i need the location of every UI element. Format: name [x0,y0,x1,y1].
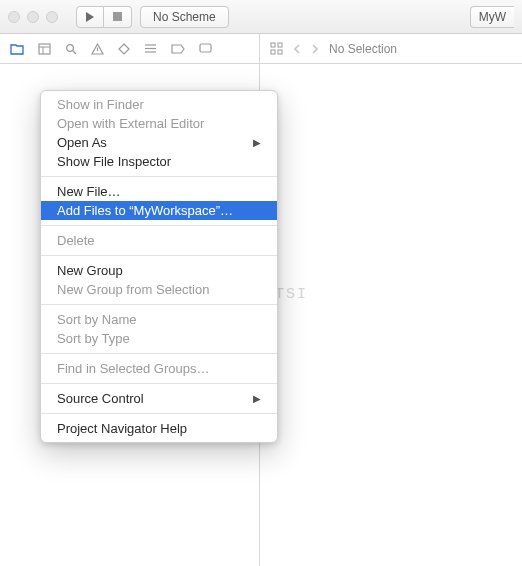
menu-item: Delete [41,231,277,250]
menu-item: Sort by Type [41,329,277,348]
destination-label: MyW [479,10,506,24]
svg-rect-1 [113,12,122,21]
test-navigator-icon[interactable] [118,43,130,55]
menu-item-label: New Group [57,261,123,280]
related-items-icon[interactable] [270,42,283,55]
menu-separator [41,383,277,384]
destination-selector[interactable]: MyW [470,6,514,28]
menu-item[interactable]: Open As▶ [41,133,277,152]
svg-rect-15 [278,50,282,54]
menu-item-label: Source Control [57,389,144,408]
stop-button[interactable] [104,6,132,28]
jump-bar-path: No Selection [329,42,397,56]
menu-separator [41,353,277,354]
menu-item[interactable]: New Group [41,261,277,280]
menu-item-label: Open As [57,133,107,152]
menu-item-label: Sort by Name [57,310,136,329]
source-control-navigator-icon[interactable] [38,43,51,55]
project-navigator-context-menu: Show in FinderOpen with External EditorO… [40,90,278,443]
jump-bar[interactable]: No Selection [260,34,522,63]
play-icon [85,12,95,22]
menu-separator [41,413,277,414]
project-navigator-icon[interactable] [10,43,24,55]
svg-line-6 [73,51,76,54]
editor-pane [260,64,522,566]
zoom-window-button[interactable] [46,11,58,23]
menu-item-label: Add Files to “MyWorkspace”… [57,201,233,220]
menu-item[interactable]: New File… [41,182,277,201]
menu-separator [41,304,277,305]
navigator-toolbar: No Selection [0,34,522,64]
submenu-arrow-icon: ▶ [253,389,261,408]
menu-item-label: New Group from Selection [57,280,209,299]
forward-button-icon[interactable] [311,44,319,54]
menu-item-label: Find in Selected Groups… [57,359,209,378]
menu-item-label: Show File Inspector [57,152,171,171]
menu-item: New Group from Selection [41,280,277,299]
svg-rect-11 [200,44,211,52]
menu-item[interactable]: Project Navigator Help [41,419,277,438]
svg-point-5 [67,44,74,51]
menu-item-label: Sort by Type [57,329,130,348]
debug-navigator-icon[interactable] [144,43,157,54]
breakpoint-navigator-icon[interactable] [171,44,185,54]
scheme-selector[interactable]: No Scheme [140,6,229,28]
scheme-label: No Scheme [153,10,216,24]
svg-rect-13 [278,43,282,47]
menu-item: Sort by Name [41,310,277,329]
menu-item-label: New File… [57,182,121,201]
svg-rect-14 [271,50,275,54]
menu-separator [41,255,277,256]
run-stop-segment [76,6,132,28]
search-navigator-icon[interactable] [65,43,77,55]
run-button[interactable] [76,6,104,28]
menu-item: Open with External Editor [41,114,277,133]
menu-item[interactable]: Source Control▶ [41,389,277,408]
svg-marker-0 [86,12,94,22]
window-titlebar: No Scheme MyW [0,0,522,34]
menu-item[interactable]: Show File Inspector [41,152,277,171]
menu-item-label: Delete [57,231,95,250]
minimize-window-button[interactable] [27,11,39,23]
svg-rect-2 [39,44,50,54]
menu-separator [41,225,277,226]
menu-item[interactable]: Add Files to “MyWorkspace”… [41,201,277,220]
close-window-button[interactable] [8,11,20,23]
issue-navigator-icon[interactable] [91,43,104,55]
window-traffic-lights [8,11,58,23]
menu-item-label: Project Navigator Help [57,419,187,438]
menu-item-label: Open with External Editor [57,114,204,133]
navigator-tabs [0,34,260,63]
stop-icon [113,12,122,21]
svg-rect-12 [271,43,275,47]
back-button-icon[interactable] [293,44,301,54]
submenu-arrow-icon: ▶ [253,133,261,152]
menu-item-label: Show in Finder [57,95,144,114]
menu-item: Show in Finder [41,95,277,114]
report-navigator-icon[interactable] [199,43,212,54]
menu-item: Find in Selected Groups… [41,359,277,378]
menu-separator [41,176,277,177]
